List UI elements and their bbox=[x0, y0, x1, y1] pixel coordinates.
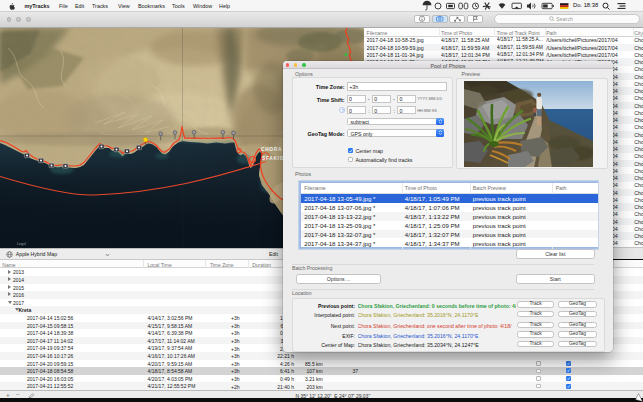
svg-text:Legal: Legal bbox=[17, 242, 26, 246]
svg-text:CHORA: CHORA bbox=[261, 147, 282, 152]
